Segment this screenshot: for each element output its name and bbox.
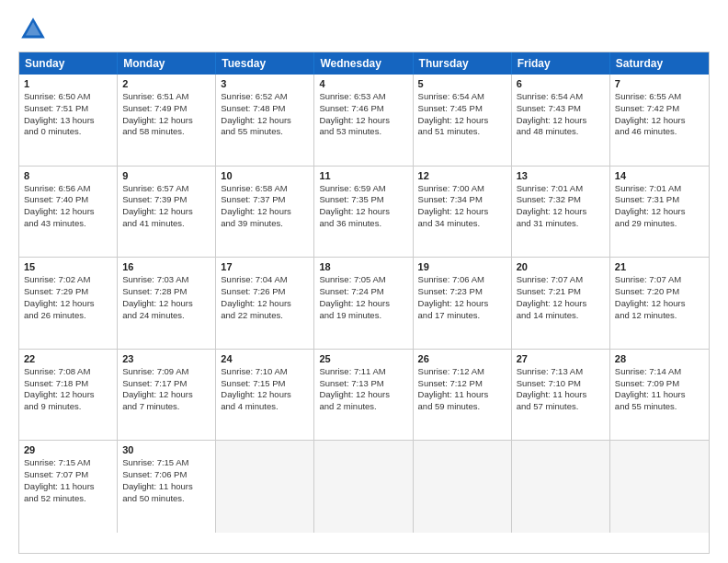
cell-line: Sunrise: 6:56 AM	[24, 183, 112, 195]
day-number: 24	[221, 353, 309, 364]
day-number: 6	[517, 78, 605, 89]
calendar-cell-30: 30Sunrise: 7:15 AMSunset: 7:06 PMDayligh…	[118, 441, 216, 533]
cell-line: Sunrise: 7:02 AM	[24, 274, 112, 286]
calendar-cell-26: 26Sunrise: 7:12 AMSunset: 7:12 PMDayligh…	[414, 350, 512, 441]
cell-line: Sunrise: 7:01 AM	[517, 183, 605, 195]
cell-line: and 50 minutes.	[122, 493, 210, 505]
day-number: 8	[24, 170, 112, 181]
calendar-cell-19: 19Sunrise: 7:06 AMSunset: 7:23 PMDayligh…	[414, 258, 512, 349]
cell-line: Sunset: 7:37 PM	[221, 194, 309, 206]
calendar-row-2: 8Sunrise: 6:56 AMSunset: 7:40 PMDaylight…	[19, 167, 709, 259]
day-number: 10	[221, 170, 309, 181]
cell-line: Sunset: 7:46 PM	[319, 103, 407, 115]
calendar-cell-29: 29Sunrise: 7:15 AMSunset: 7:07 PMDayligh…	[19, 441, 118, 533]
calendar-cell-empty	[216, 441, 314, 533]
day-number: 28	[615, 353, 704, 364]
day-number: 15	[24, 261, 112, 272]
cell-line: Sunset: 7:48 PM	[221, 103, 309, 115]
cell-line: Sunset: 7:28 PM	[122, 286, 210, 298]
cell-line: Sunrise: 7:15 AM	[122, 457, 210, 469]
cell-line: Sunset: 7:12 PM	[418, 378, 506, 390]
day-number: 29	[24, 444, 112, 455]
cell-line: Daylight: 12 hours	[24, 298, 112, 310]
cell-line: and 46 minutes.	[615, 126, 704, 138]
cell-line: Sunrise: 7:03 AM	[122, 274, 210, 286]
day-number: 26	[418, 353, 506, 364]
cell-line: Sunrise: 6:57 AM	[122, 183, 210, 195]
cell-line: Sunset: 7:39 PM	[122, 194, 210, 206]
cell-line: and 24 minutes.	[122, 310, 210, 322]
cell-line: Daylight: 12 hours	[517, 115, 605, 127]
day-number: 11	[319, 170, 407, 181]
cell-line: Sunrise: 7:00 AM	[418, 183, 506, 195]
cell-line: Sunrise: 7:09 AM	[122, 366, 210, 378]
cell-line: and 58 minutes.	[122, 126, 210, 138]
cell-line: Daylight: 12 hours	[418, 206, 506, 218]
calendar-cell-21: 21Sunrise: 7:07 AMSunset: 7:20 PMDayligh…	[610, 258, 709, 349]
day-number: 19	[418, 261, 506, 272]
cell-line: Sunset: 7:09 PM	[615, 378, 704, 390]
calendar-cell-6: 6Sunrise: 6:54 AMSunset: 7:43 PMDaylight…	[512, 75, 610, 166]
cell-line: Sunset: 7:10 PM	[517, 378, 605, 390]
cell-line: and 36 minutes.	[319, 218, 407, 230]
cell-line: Sunset: 7:15 PM	[221, 378, 309, 390]
calendar-header: SundayMondayTuesdayWednesdayThursdayFrid…	[19, 52, 709, 75]
calendar-body: 1Sunrise: 6:50 AMSunset: 7:51 PMDaylight…	[19, 75, 709, 533]
calendar-cell-12: 12Sunrise: 7:00 AMSunset: 7:34 PMDayligh…	[414, 167, 512, 258]
calendar-cell-15: 15Sunrise: 7:02 AMSunset: 7:29 PMDayligh…	[19, 258, 118, 349]
calendar-cell-24: 24Sunrise: 7:10 AMSunset: 7:15 PMDayligh…	[216, 350, 314, 441]
calendar-cell-empty	[314, 441, 413, 533]
calendar: SundayMondayTuesdayWednesdayThursdayFrid…	[18, 52, 710, 554]
calendar-cell-27: 27Sunrise: 7:13 AMSunset: 7:10 PMDayligh…	[512, 350, 610, 441]
cell-line: Daylight: 12 hours	[122, 115, 210, 127]
day-number: 30	[122, 444, 210, 455]
day-number: 23	[122, 353, 210, 364]
cell-line: and 29 minutes.	[615, 218, 704, 230]
calendar-cell-28: 28Sunrise: 7:14 AMSunset: 7:09 PMDayligh…	[610, 350, 709, 441]
calendar-cell-16: 16Sunrise: 7:03 AMSunset: 7:28 PMDayligh…	[118, 258, 216, 349]
cell-line: Daylight: 12 hours	[24, 389, 112, 401]
cell-line: Sunset: 7:32 PM	[517, 194, 605, 206]
cell-line: and 52 minutes.	[24, 493, 112, 505]
cell-line: Daylight: 12 hours	[122, 389, 210, 401]
cell-line: Daylight: 11 hours	[615, 389, 704, 401]
cell-line: Sunrise: 6:54 AM	[418, 91, 506, 103]
cell-line: Daylight: 12 hours	[221, 206, 309, 218]
cell-line: and 19 minutes.	[319, 310, 407, 322]
cell-line: Sunset: 7:40 PM	[24, 194, 112, 206]
cell-line: Daylight: 12 hours	[24, 206, 112, 218]
cell-line: Sunrise: 6:52 AM	[221, 91, 309, 103]
cell-line: Sunset: 7:20 PM	[615, 286, 704, 298]
cell-line: and 26 minutes.	[24, 310, 112, 322]
cell-line: Sunset: 7:42 PM	[615, 103, 704, 115]
calendar-cell-11: 11Sunrise: 6:59 AMSunset: 7:35 PMDayligh…	[314, 167, 413, 258]
cell-line: and 14 minutes.	[517, 310, 605, 322]
day-number: 16	[122, 261, 210, 272]
header-day-wednesday: Wednesday	[314, 52, 413, 75]
cell-line: Sunrise: 6:58 AM	[221, 183, 309, 195]
cell-line: Daylight: 12 hours	[319, 115, 407, 127]
cell-line: Sunrise: 7:10 AM	[221, 366, 309, 378]
cell-line: Daylight: 12 hours	[221, 389, 309, 401]
cell-line: Daylight: 12 hours	[122, 206, 210, 218]
cell-line: Daylight: 11 hours	[24, 481, 112, 493]
header-day-thursday: Thursday	[414, 52, 512, 75]
cell-line: Daylight: 12 hours	[221, 298, 309, 310]
day-number: 27	[517, 353, 605, 364]
cell-line: Sunset: 7:24 PM	[319, 286, 407, 298]
cell-line: Sunrise: 6:51 AM	[122, 91, 210, 103]
cell-line: and 55 minutes.	[615, 401, 704, 413]
cell-line: Sunrise: 6:54 AM	[517, 91, 605, 103]
cell-line: Sunset: 7:07 PM	[24, 469, 112, 481]
cell-line: Sunset: 7:23 PM	[418, 286, 506, 298]
cell-line: Daylight: 12 hours	[418, 115, 506, 127]
day-number: 5	[418, 78, 506, 89]
cell-line: Daylight: 11 hours	[517, 389, 605, 401]
cell-line: and 9 minutes.	[24, 401, 112, 413]
cell-line: Sunrise: 7:06 AM	[418, 274, 506, 286]
cell-line: Sunrise: 7:04 AM	[221, 274, 309, 286]
calendar-row-4: 22Sunrise: 7:08 AMSunset: 7:18 PMDayligh…	[19, 350, 709, 442]
cell-line: Daylight: 12 hours	[615, 115, 704, 127]
day-number: 7	[615, 78, 704, 89]
cell-line: and 57 minutes.	[517, 401, 605, 413]
